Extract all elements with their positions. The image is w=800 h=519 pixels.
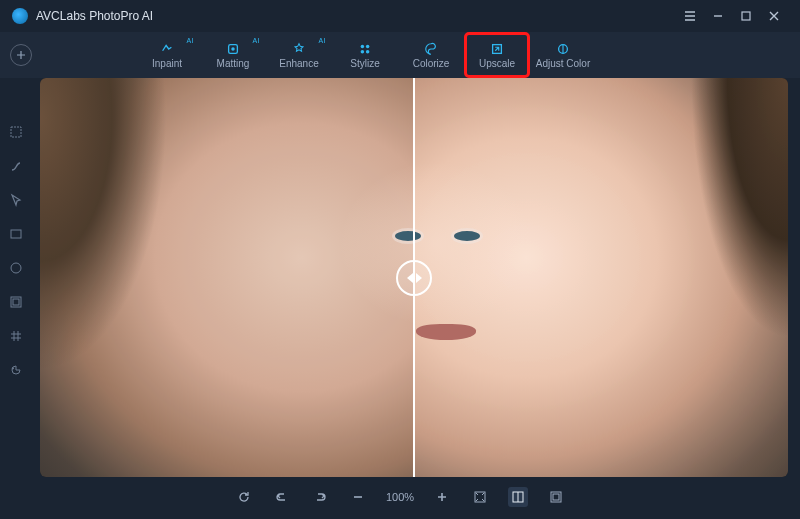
image-canvas[interactable] <box>40 78 788 477</box>
tool-enhance[interactable]: Enhance AI <box>268 34 330 76</box>
compare-split-button[interactable] <box>508 487 528 507</box>
tool-label: Upscale <box>479 58 515 69</box>
svg-point-2 <box>231 47 235 51</box>
ai-badge: AI <box>318 37 326 44</box>
main-toolbar: Inpaint AI Matting AI Enhance AI Stylize… <box>0 32 800 78</box>
svg-rect-9 <box>11 127 21 137</box>
history-icon[interactable] <box>6 360 26 380</box>
compare-slider-handle[interactable] <box>396 260 432 296</box>
minimize-button[interactable] <box>704 2 732 30</box>
tool-stylize[interactable]: Stylize <box>334 34 396 76</box>
tool-label: Inpaint <box>152 58 182 69</box>
svg-point-4 <box>366 44 370 48</box>
svg-rect-13 <box>13 299 19 305</box>
upscale-icon <box>490 42 504 56</box>
adjust-color-icon <box>556 42 570 56</box>
maximize-button[interactable] <box>732 2 760 30</box>
rectangle-icon[interactable] <box>6 224 26 244</box>
menu-button[interactable] <box>676 2 704 30</box>
svg-point-11 <box>11 263 21 273</box>
tool-label: Matting <box>217 58 250 69</box>
close-button[interactable] <box>760 2 788 30</box>
bottom-toolbar: 100% <box>0 481 800 513</box>
compare-toggle-button[interactable] <box>546 487 566 507</box>
undo-button[interactable] <box>272 487 292 507</box>
rotate-button[interactable] <box>234 487 254 507</box>
stylize-icon <box>358 42 372 56</box>
chevron-right-icon <box>416 273 422 283</box>
grid-icon[interactable] <box>6 326 26 346</box>
zoom-level: 100% <box>386 491 414 503</box>
svg-point-5 <box>361 49 365 53</box>
svg-rect-0 <box>742 12 750 20</box>
tool-label: Colorize <box>413 58 450 69</box>
select-rect-icon[interactable] <box>6 122 26 142</box>
tool-label: Stylize <box>350 58 379 69</box>
app-logo-icon <box>12 8 28 24</box>
tool-label: Enhance <box>279 58 318 69</box>
inpaint-icon <box>160 42 174 56</box>
add-image-button[interactable] <box>10 44 32 66</box>
ai-badge: AI <box>186 37 194 44</box>
enhance-icon <box>292 42 306 56</box>
matting-icon <box>226 42 240 56</box>
redo-button[interactable] <box>310 487 330 507</box>
aspect-icon[interactable] <box>6 292 26 312</box>
tool-upscale[interactable]: Upscale <box>466 34 528 76</box>
colorize-icon <box>424 42 438 56</box>
titlebar: AVCLabs PhotoPro AI <box>0 0 800 32</box>
tool-colorize[interactable]: Colorize <box>400 34 462 76</box>
svg-rect-17 <box>553 494 559 500</box>
ai-badge: AI <box>252 37 260 44</box>
portrait-face <box>264 110 608 445</box>
tool-label: Adjust Color <box>536 58 590 69</box>
app-title: AVCLabs PhotoPro AI <box>36 9 153 23</box>
chevron-left-icon <box>407 273 413 283</box>
brush-icon[interactable] <box>6 156 26 176</box>
svg-rect-10 <box>11 230 21 238</box>
tool-adjust-color[interactable]: Adjust Color <box>532 34 594 76</box>
left-sidebar <box>0 118 32 380</box>
tool-inpaint[interactable]: Inpaint AI <box>136 34 198 76</box>
pointer-icon[interactable] <box>6 190 26 210</box>
ellipse-icon[interactable] <box>6 258 26 278</box>
tool-matting[interactable]: Matting AI <box>202 34 264 76</box>
svg-point-3 <box>361 44 365 48</box>
zoom-in-button[interactable] <box>432 487 452 507</box>
workspace: 100% <box>0 78 800 519</box>
fit-button[interactable] <box>470 487 490 507</box>
zoom-out-button[interactable] <box>348 487 368 507</box>
svg-point-6 <box>366 49 370 53</box>
